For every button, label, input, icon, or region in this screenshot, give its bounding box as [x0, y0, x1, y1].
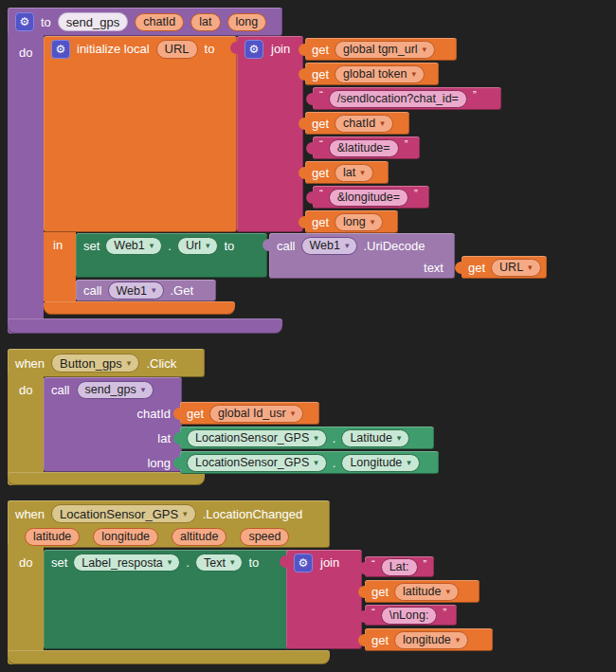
property-dropdown[interactable]: Text▾	[195, 554, 243, 572]
set-property-block[interactable]: set Label_resposta▾ . Text▾ to	[44, 550, 294, 649]
component-dropdown[interactable]: LocationSensor_GPS▾	[187, 454, 327, 472]
get-variable-block[interactable]: get chatId▾	[305, 112, 409, 135]
open-quote: “	[371, 608, 375, 618]
initialize-local-bottom-bar[interactable]	[44, 301, 235, 315]
variable-dropdown[interactable]: latitude▾	[394, 583, 459, 601]
variable-dropdown[interactable]: longitude▾	[394, 631, 468, 649]
initialize-local-in-rail[interactable]: in	[44, 232, 76, 301]
dropdown-icon: ▾	[183, 510, 188, 518]
text-value: &latitude=	[337, 141, 390, 154]
event-block-header[interactable]: when LocationSensor_GPS▾ .LocationChange…	[8, 500, 330, 548]
component-dropdown[interactable]: Web1▾	[108, 282, 165, 300]
variable-dropdown[interactable]: global tgm_url▾	[335, 41, 435, 59]
procedure-body-rail[interactable]: do	[8, 34, 44, 334]
get-variable-block[interactable]: get latitude▾	[365, 580, 480, 603]
get-label: get	[312, 43, 329, 57]
event-parameter-pill[interactable]: longitude	[93, 528, 158, 546]
gear-icon[interactable]: ⚙	[15, 12, 34, 31]
argument-label: text	[424, 258, 444, 277]
component-dropdown[interactable]: Label_resposta▾	[73, 554, 180, 572]
procedure-name-field[interactable]: send_gps	[58, 12, 128, 31]
parameter-pill[interactable]: chatId	[135, 13, 184, 31]
parameter-name: long	[236, 15, 259, 28]
text-param-label: text	[424, 261, 444, 275]
dot-separator: .	[186, 555, 190, 570]
dropdown-icon: ▾	[291, 409, 296, 418]
local-variable-field[interactable]: URL	[156, 40, 198, 59]
set-property-block[interactable]: set Web1▾ . Url▾ to	[76, 233, 267, 278]
property-dropdown[interactable]: Latitude▾	[341, 429, 409, 447]
parameter-pill[interactable]: lat	[190, 13, 220, 31]
get-variable-block[interactable]: get long▾	[305, 210, 398, 233]
initialize-local-block[interactable]: ⚙ initialize local URL to	[44, 36, 237, 232]
variable-name: global token	[343, 67, 407, 81]
variable-dropdown[interactable]: long▾	[335, 213, 383, 231]
text-string-block[interactable]: “ \nLong: ”	[365, 605, 457, 626]
blocks-canvas[interactable]: ⚙ to send_gps chatId lat long do ⚙ initi…	[0, 0, 616, 672]
event-parameter-pill[interactable]: speed	[240, 528, 289, 546]
property-getter-block[interactable]: LocationSensor_GPS▾ . Latitude▾	[180, 427, 434, 449]
gear-icon[interactable]: ⚙	[245, 40, 263, 59]
gear-icon[interactable]: ⚙	[51, 40, 70, 59]
text-string-block[interactable]: “ &latitude= ”	[313, 136, 420, 159]
procedure-call-block[interactable]: call send_gps▾ chatId lat long	[44, 377, 182, 472]
event-body-rail[interactable]: do	[8, 375, 44, 485]
text-string-block[interactable]: “ Lat: ”	[365, 556, 434, 577]
text-string-block[interactable]: “ /sendlocation?chat_id= ”	[313, 87, 501, 110]
open-quote: “	[319, 90, 323, 100]
property-getter-block[interactable]: LocationSensor_GPS▾ . Longitude▾	[180, 451, 439, 474]
component-name: LocationSensor_GPS	[195, 431, 309, 445]
gear-icon[interactable]: ⚙	[294, 554, 313, 572]
property-name: Text	[204, 556, 226, 570]
parameter-pill[interactable]: long	[227, 13, 267, 31]
variable-dropdown[interactable]: chatId▾	[335, 115, 393, 133]
get-variable-block[interactable]: get longitude▾	[365, 628, 493, 651]
text-string-block[interactable]: “ &longitude= ”	[313, 186, 429, 209]
method-call-block[interactable]: call Web1▾ .Get	[76, 280, 216, 301]
join-block[interactable]: ⚙ join	[286, 550, 362, 649]
dropdown-icon: ▾	[380, 119, 385, 128]
property-dropdown[interactable]: Url▾	[177, 237, 219, 255]
method-call-block[interactable]: call Web1▾ .UriDecode text	[269, 233, 455, 279]
variable-dropdown[interactable]: URL▾	[491, 259, 541, 277]
get-variable-block[interactable]: get lat▾	[305, 161, 389, 184]
dropdown-icon: ▾	[230, 558, 235, 567]
text-value-field[interactable]: /sendlocation?chat_id=	[329, 90, 467, 108]
component-name: Web1	[310, 239, 340, 252]
variable-dropdown[interactable]: lat▾	[335, 164, 373, 182]
event-parameter-pill[interactable]: latitude	[25, 528, 80, 546]
event-body-rail[interactable]: do	[8, 546, 44, 664]
get-variable-block[interactable]: get global tgm_url▾	[305, 38, 457, 61]
event-block-header[interactable]: when Button_gps▾ .Click	[8, 349, 205, 377]
event-bottom-bar[interactable]	[8, 472, 205, 485]
join-block[interactable]: ⚙ join	[237, 36, 303, 232]
text-value-field[interactable]: &longitude=	[329, 189, 408, 207]
get-variable-block[interactable]: get global Id_usr▾	[180, 402, 319, 425]
dropdown-icon: ▾	[206, 242, 210, 250]
method-name: .UriDecode	[363, 239, 425, 253]
event-parameter-pill[interactable]: altitude	[172, 528, 226, 546]
procedure-dropdown[interactable]: send_gps▾	[77, 381, 154, 399]
component-dropdown[interactable]: Web1▾	[301, 237, 358, 255]
component-dropdown[interactable]: Web1▾	[105, 237, 162, 255]
text-value-field[interactable]: &latitude=	[329, 139, 399, 157]
procedure-name: send_gps	[85, 383, 136, 396]
procedure-bottom-bar[interactable]	[8, 318, 282, 334]
text-value-field[interactable]: \nLong:	[381, 607, 438, 625]
get-variable-block[interactable]: get global token▾	[305, 63, 439, 85]
property-dropdown[interactable]: Longitude▾	[341, 454, 419, 472]
component-dropdown[interactable]: LocationSensor_GPS▾	[51, 504, 196, 523]
text-value-field[interactable]: Lat:	[381, 558, 418, 576]
component-dropdown[interactable]: LocationSensor_GPS▾	[187, 429, 327, 447]
event-bottom-bar[interactable]	[8, 650, 330, 664]
variable-dropdown[interactable]: global token▾	[335, 65, 425, 83]
variable-dropdown[interactable]: global Id_usr▾	[209, 405, 303, 423]
dropdown-icon: ▾	[445, 588, 450, 596]
close-quote: ”	[443, 608, 446, 618]
call-keyword: call	[277, 239, 296, 253]
procedure-definition-block[interactable]: ⚙ to send_gps chatId lat long	[8, 8, 282, 36]
parameter-name: chatId	[143, 15, 175, 28]
component-dropdown[interactable]: Button_gps▾	[51, 354, 139, 372]
get-variable-block[interactable]: get URL▾	[462, 256, 547, 279]
dropdown-icon: ▾	[314, 459, 318, 467]
